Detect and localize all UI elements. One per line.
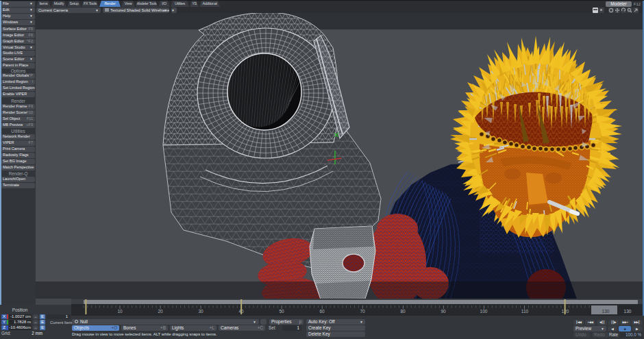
svg-text:90: 90 (441, 309, 446, 314)
svg-text:130: 130 (602, 309, 610, 314)
svg-text:60: 60 (319, 309, 325, 314)
svg-text:30: 30 (198, 309, 203, 314)
svg-text:130: 130 (624, 309, 632, 314)
svg-text:20: 20 (158, 309, 163, 314)
svg-text:80: 80 (400, 309, 406, 314)
svg-text:110: 110 (521, 309, 529, 314)
svg-text:100: 100 (480, 309, 488, 314)
svg-text:50: 50 (279, 309, 284, 314)
svg-text:70: 70 (360, 309, 365, 314)
svg-text:10: 10 (117, 309, 123, 314)
